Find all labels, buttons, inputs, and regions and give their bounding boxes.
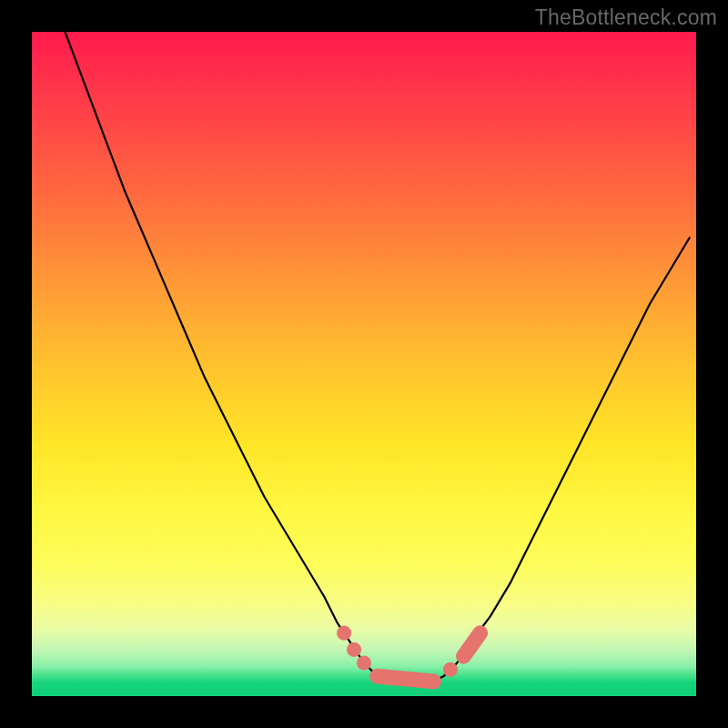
- marker-layer: [337, 626, 480, 682]
- plot-area: [32, 32, 696, 696]
- marker-pill: [378, 676, 434, 682]
- chart-svg: [32, 32, 696, 696]
- marker-dot: [443, 662, 458, 677]
- marker-dot: [337, 626, 351, 641]
- marker-dot: [357, 655, 371, 670]
- marker-dot: [347, 642, 361, 657]
- bottleneck-curve: [66, 32, 690, 682]
- chart-frame: TheBottleneck.com: [0, 0, 728, 728]
- watermark-text: TheBottleneck.com: [535, 5, 717, 30]
- marker-pill: [464, 633, 480, 657]
